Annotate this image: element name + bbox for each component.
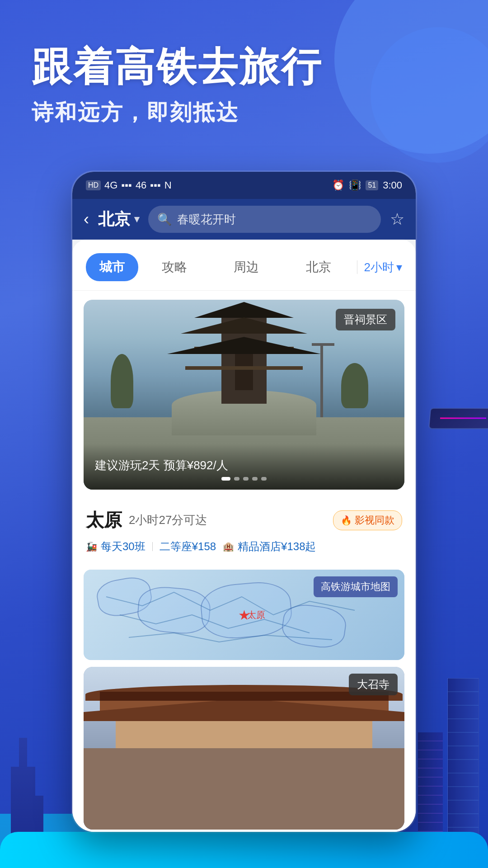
signal-bars-1: ▪▪▪ <box>121 179 131 191</box>
destination-badge: 🔥 影视同款 <box>333 510 402 530</box>
phone-mockup: HD 4G ▪▪▪ 46 ▪▪▪ N ⏰ 📳 51 3:00 ‹ 北京 ▾ 🔍 … <box>72 172 416 832</box>
alarm-icon: ⏰ <box>332 179 344 191</box>
destination-header: 太原 2小时27分可达 🔥 影视同款 <box>86 508 402 533</box>
map-city-label: 太原 <box>247 609 265 621</box>
signal-bars-2: ▪▪▪ <box>150 179 160 191</box>
temple-roof-3 <box>167 335 321 354</box>
hotel-icon: 🏨 <box>223 541 234 552</box>
tab-beijing[interactable]: 北京 <box>282 254 355 280</box>
lamppost <box>320 345 323 417</box>
hotel-tag: 🏨 精品酒店¥138起 <box>223 539 316 554</box>
temple-eave-2 <box>185 366 303 370</box>
train-frequency: 每天30班 <box>101 539 145 554</box>
back-button[interactable]: ‹ <box>84 210 89 229</box>
temple-window <box>235 354 253 390</box>
hd-signal-tag: HD <box>86 180 101 190</box>
device-3d-decoration <box>429 407 488 443</box>
tab-divider <box>357 260 357 274</box>
tab-time-filter[interactable]: 2小时 ▾ <box>364 259 402 275</box>
search-bar[interactable]: 🔍 春暖花开时 <box>148 206 381 233</box>
city-dropdown-icon: ▾ <box>134 213 139 225</box>
destination-travel-time: 2小时27分可达 <box>129 512 207 528</box>
temple-roof-2 <box>181 316 307 334</box>
map-title-tag: 高铁游城市地图 <box>314 576 398 597</box>
tab-bar: 城市 攻略 周边 北京 2小时 ▾ <box>72 240 416 291</box>
dot-5 <box>261 477 267 481</box>
destination-name: 太原 <box>86 508 122 533</box>
scenic-description: 建议游玩2天 预算¥892/人 <box>95 458 393 473</box>
battery-level: 51 <box>366 180 378 190</box>
search-text: 春暖花开时 <box>177 212 236 227</box>
nfc-icon: N <box>164 179 172 191</box>
city-selector[interactable]: 北京 ▾ <box>98 208 139 231</box>
status-right: ⏰ 📳 51 3:00 <box>332 179 402 191</box>
dot-1 <box>221 477 230 481</box>
city-name: 北京 <box>98 208 131 231</box>
fire-icon: 🔥 <box>341 515 352 526</box>
time-dropdown-icon: ▾ <box>396 260 402 274</box>
destination-info: 太原 2小时27分可达 🔥 影视同款 🚂 每天30班 二等座¥158 🏨 精品酒… <box>72 499 416 563</box>
bottom-wave <box>0 832 488 868</box>
favorite-button[interactable]: ☆ <box>390 210 404 229</box>
scenic-card-jinsi[interactable]: 晋祠景区 建议游玩2天 预算¥892/人 <box>84 300 404 490</box>
nav-bar: ‹ 北京 ▾ 🔍 春暖花开时 ☆ <box>72 199 416 240</box>
status-bar: HD 4G ▪▪▪ 46 ▪▪▪ N ⏰ 📳 51 3:00 <box>72 172 416 199</box>
hero-section: 跟着高铁去旅行 诗和远方，即刻抵达 <box>32 45 323 127</box>
lamppost-arm <box>312 343 334 346</box>
dot-2 <box>234 477 239 481</box>
image-dots <box>95 477 393 481</box>
temple-roof-1 <box>194 302 294 318</box>
tab-guide[interactable]: 攻略 <box>138 254 211 280</box>
tree-right <box>341 363 368 408</box>
train-tag: 🚂 每天30班 <box>86 539 145 554</box>
tab-nearby[interactable]: 周边 <box>211 254 283 280</box>
train-icon: 🚂 <box>86 541 97 552</box>
tab-city[interactable]: 城市 <box>86 253 138 281</box>
signal-46: 46 <box>136 179 146 191</box>
badge-label: 影视同款 <box>355 514 394 527</box>
status-left: HD 4G ▪▪▪ 46 ▪▪▪ N <box>86 179 172 191</box>
signal-4g: 4G <box>104 179 117 191</box>
map-section[interactable]: ★ 太原 高铁游城市地图 <box>84 570 404 660</box>
tree-left <box>111 354 133 408</box>
seat-price-tag: 二等座¥158 <box>160 539 216 554</box>
hero-subtitle: 诗和远方，即刻抵达 <box>32 98 323 127</box>
dot-4 <box>252 477 258 481</box>
time-display: 3:00 <box>383 179 402 191</box>
temple2-roof-edge <box>100 692 389 701</box>
dot-3 <box>243 477 249 481</box>
scenic-location-tag-2: 大召寺 <box>349 674 398 695</box>
main-content: 城市 攻略 周边 北京 2小时 ▾ <box>72 240 416 832</box>
dest-title-row: 太原 2小时27分可达 <box>86 508 207 533</box>
vibrate-icon: 📳 <box>349 179 361 191</box>
hotel-price: 精品酒店¥138起 <box>238 539 316 554</box>
tag-separator-1 <box>152 542 153 551</box>
destination-tags: 🚂 每天30班 二等座¥158 🏨 精品酒店¥138起 <box>86 539 402 554</box>
scenic-card-dazhaosi[interactable]: 大召寺 <box>84 667 404 830</box>
hero-title: 跟着高铁去旅行 <box>32 45 323 89</box>
scenic-info-bottom: 建议游玩2天 预算¥892/人 <box>84 444 404 490</box>
search-icon: 🔍 <box>157 212 172 226</box>
temple2-ground <box>84 748 404 830</box>
scenic-location-tag: 晋祠景区 <box>336 309 395 330</box>
